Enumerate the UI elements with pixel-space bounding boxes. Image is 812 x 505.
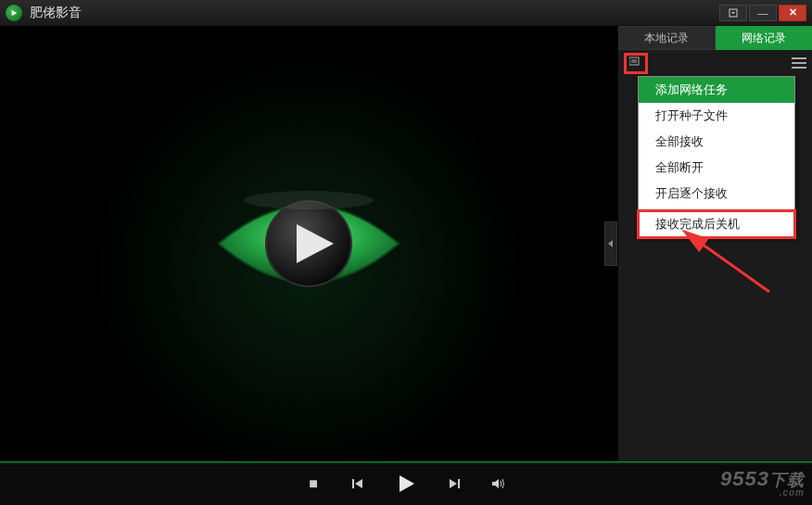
video-area[interactable] xyxy=(0,26,617,461)
highlight-box-icon xyxy=(624,53,648,74)
titlebar-dropdown-button[interactable] xyxy=(719,5,747,21)
svg-point-6 xyxy=(244,191,374,209)
svg-marker-15 xyxy=(400,475,414,492)
next-button[interactable] xyxy=(445,474,463,493)
menu-sequential-receive[interactable]: 开启逐个接收 xyxy=(639,181,794,207)
svg-rect-13 xyxy=(352,479,354,488)
volume-button[interactable] xyxy=(489,474,508,493)
sidebar-tabs: 本地记录 网络记录 xyxy=(618,26,812,50)
sidebar-collapse-handle[interactable] xyxy=(604,221,617,266)
svg-marker-14 xyxy=(355,479,362,488)
menu-open-torrent[interactable]: 打开种子文件 xyxy=(639,103,794,129)
menu-disconnect-all[interactable]: 全部断开 xyxy=(639,155,794,181)
app-title: 肥佬影音 xyxy=(30,5,82,21)
svg-marker-16 xyxy=(450,479,457,488)
watermark: 9553下载 .com xyxy=(720,467,805,498)
task-list-icon[interactable] xyxy=(629,57,642,70)
playback-controls: ■ xyxy=(0,461,812,505)
tab-network-records[interactable]: 网络记录 xyxy=(716,26,813,50)
previous-button[interactable] xyxy=(349,474,367,493)
stop-button[interactable]: ■ xyxy=(304,474,323,493)
menu-shutdown-after-receive[interactable]: 接收完成后关机 xyxy=(639,211,794,237)
svg-marker-0 xyxy=(12,9,18,15)
hamburger-menu-icon[interactable] xyxy=(792,57,806,69)
watermark-text: 9553 xyxy=(720,467,769,490)
menu-receive-all[interactable]: 全部接收 xyxy=(639,129,794,155)
watermark-dotcom: .com xyxy=(780,487,805,498)
titlebar: 肥佬影音 — ✕ xyxy=(0,0,812,26)
minimize-button[interactable]: — xyxy=(749,5,777,21)
watermark-suffix: 下载 xyxy=(769,471,805,489)
tab-local-records[interactable]: 本地记录 xyxy=(618,26,716,50)
menu-separator xyxy=(639,208,794,209)
menu-add-network-task[interactable]: 添加网络任务 xyxy=(639,77,794,103)
svg-marker-2 xyxy=(731,12,735,14)
progress-bar[interactable] xyxy=(0,462,812,464)
app-logo-icon xyxy=(6,5,22,21)
svg-rect-8 xyxy=(629,57,639,65)
play-button[interactable] xyxy=(393,471,419,497)
sidebar-toolbar xyxy=(618,50,812,76)
svg-marker-18 xyxy=(492,479,499,488)
close-button[interactable]: ✕ xyxy=(779,5,806,21)
player-logo-icon xyxy=(211,183,406,304)
svg-rect-17 xyxy=(458,479,460,488)
svg-marker-7 xyxy=(608,240,613,247)
context-menu: 添加网络任务 打开种子文件 全部接收 全部断开 开启逐个接收 接收完成后关机 xyxy=(638,76,795,238)
